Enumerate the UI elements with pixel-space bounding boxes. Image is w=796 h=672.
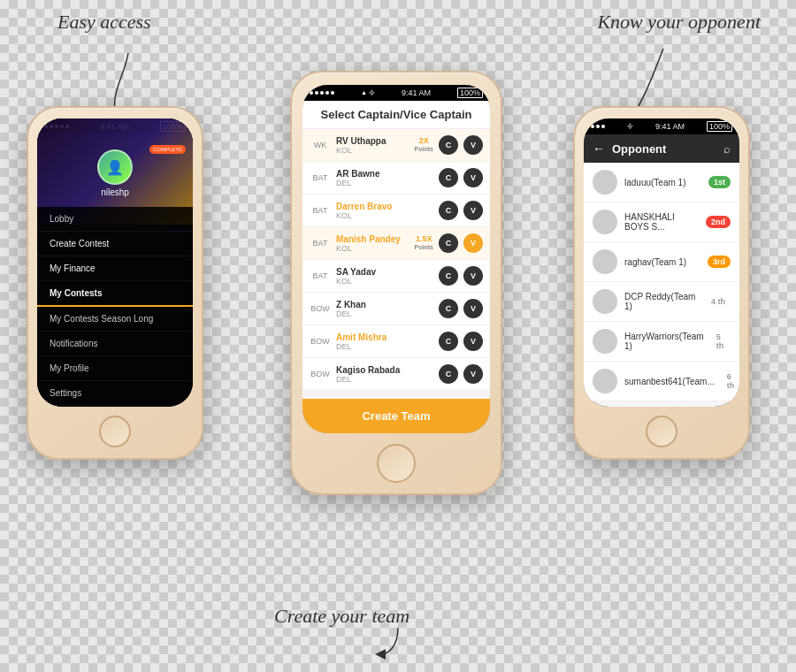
captain-button[interactable]: C [439, 266, 458, 286]
right-status-bar: 令 9:41 AM 100% [584, 118, 739, 134]
center-home-button[interactable] [377, 444, 416, 483]
captain-button[interactable]: C [439, 233, 458, 253]
opponent-avatar [593, 210, 617, 234]
vice-captain-button[interactable]: V [463, 168, 483, 187]
player-name: Darren Bravo [336, 202, 428, 211]
player-info: Manish PandeyKOL [336, 234, 409, 253]
player-name: RV Uthappa [336, 136, 409, 146]
opponent-avatar [593, 170, 617, 195]
opponent-name: sumanbest641(Team... [624, 377, 715, 386]
player-row[interactable]: WKRV UthappaKOL2XPointsCV [302, 129, 490, 162]
vice-captain-button[interactable]: V [463, 332, 483, 351]
vice-captain-button[interactable]: V [463, 364, 483, 384]
opponents-list: laduuu(Team 1)1stHANSKHALI BOYS S...2ndr… [584, 163, 739, 401]
rank-badge: 2nd [706, 216, 731, 228]
opponent-avatar [593, 289, 617, 314]
player-info: Kagiso RabadaDEL [336, 365, 428, 384]
player-team: KOL [336, 244, 409, 253]
center-phone-screen: ▲ 令 9:41 AM 100% Select Captain/Vice Cap… [302, 85, 490, 433]
nav-item-my-contests[interactable]: My Contests [37, 281, 193, 307]
player-role: BAT [310, 271, 331, 280]
opponent-name: raghav(Team 1) [624, 257, 700, 267]
players-list: WKRV UthappaKOL2XPointsCVBATAR BawneDELC… [302, 129, 490, 391]
player-name: Amit Mishra [336, 332, 428, 342]
right-header: ← Opponent ⌕ [584, 134, 739, 163]
opponent-row[interactable]: DCP Reddy(Team 1)4 th [584, 282, 739, 322]
search-icon[interactable]: ⌕ [723, 142, 731, 156]
opponent-row[interactable]: laduuu(Team 1)1st [584, 163, 739, 202]
create-team-button[interactable]: Create Team [302, 399, 490, 433]
right-time: 9:41 AM [655, 122, 685, 131]
opponent-name: HANSKHALI BOYS S... [624, 212, 699, 232]
player-role: BOW [310, 304, 331, 313]
player-team: KOL [336, 277, 428, 286]
player-role: BOW [310, 370, 331, 378]
player-name: Manish Pandey [336, 234, 409, 244]
right-signal [591, 125, 605, 128]
nav-item-my-profile[interactable]: My Profile [37, 356, 193, 381]
player-team: DEL [336, 179, 428, 187]
nav-item-invite-friends[interactable]: Invite Friends [37, 406, 193, 407]
center-phone: ▲ 令 9:41 AM 100% Select Captain/Vice Cap… [290, 71, 502, 495]
center-signal [310, 91, 334, 95]
center-time: 9:41 AM [402, 88, 431, 97]
right-header-title: Opponent [612, 142, 716, 156]
center-header: Select Captain/Vice Captain [302, 101, 490, 129]
right-phone-inner: 令 9:41 AM 100% ← Opponent ⌕ laduuu(Team … [584, 118, 739, 407]
player-row[interactable]: BOWZ KhanDELCV [302, 293, 490, 325]
nav-item-notifications[interactable]: Notifications [37, 332, 193, 356]
left-home-button[interactable] [99, 416, 131, 447]
rank-badge: 4 th [706, 295, 731, 308]
opponent-name: DCP Reddy(Team 1) [624, 292, 699, 311]
opponent-row[interactable]: raghav(Team 1)3rd [584, 242, 739, 282]
vice-captain-button[interactable]: V [463, 201, 483, 220]
captain-button[interactable]: C [439, 135, 458, 155]
center-phone-inner: ▲ 令 9:41 AM 100% Select Captain/Vice Cap… [302, 85, 490, 433]
captain-button[interactable]: C [439, 299, 458, 318]
nav-item-my-contests-season-long[interactable]: My Contests Season Long [37, 307, 193, 332]
left-nav: LobbyCreate ContestMy FinanceMy Contests… [37, 207, 193, 407]
right-phone: 令 9:41 AM 100% ← Opponent ⌕ laduuu(Team … [573, 106, 750, 460]
rank-badge: 1st [708, 176, 731, 188]
vice-captain-button[interactable]: V [463, 233, 483, 253]
nav-item-create-contest[interactable]: Create Contest [37, 232, 193, 256]
player-row[interactable]: BOWKagiso RabadaDELCV [302, 358, 490, 391]
opponent-row[interactable]: HANSKHALI BOYS S...2nd [584, 202, 739, 242]
vice-captain-button[interactable]: V [463, 135, 483, 155]
back-arrow-icon[interactable]: ← [593, 141, 605, 156]
player-multiplier: 2XPoints [415, 136, 433, 153]
player-row[interactable]: BATSA YadavKOLCV [302, 260, 490, 293]
opponent-avatar [593, 329, 617, 354]
captain-button[interactable]: C [439, 168, 458, 187]
vice-captain-button[interactable]: V [463, 299, 483, 318]
captain-button[interactable]: C [439, 332, 458, 351]
player-row[interactable]: BATDarren BravoKOLCV [302, 195, 490, 227]
vice-captain-button[interactable]: V [463, 266, 483, 286]
know-opponent-annotation: Know your opponent [597, 11, 761, 34]
player-row[interactable]: BATManish PandeyKOL1.5XPointsCV [302, 227, 490, 260]
opponent-avatar [593, 249, 617, 274]
nav-item-my-finance[interactable]: My Finance [37, 256, 193, 281]
center-battery: 100% [457, 88, 483, 98]
opponent-row[interactable]: sumanbest641(Team...6 th [584, 362, 739, 401]
rank-badge: 3rd [708, 256, 731, 268]
easy-access-annotation: Easy access [57, 11, 151, 34]
left-phone-inner: 9:41 AM 100% 👤 nileshp COMPLETE LobbyCre… [37, 118, 193, 407]
player-name: Z Khan [336, 300, 428, 309]
player-info: Amit MishraDEL [336, 332, 428, 351]
opponent-row[interactable]: HarryWarriors(Team 1)5 th [584, 322, 739, 362]
player-team: KOL [336, 211, 428, 220]
player-name: SA Yadav [336, 267, 428, 277]
player-info: RV UthappaKOL [336, 136, 409, 155]
opponent-name: laduuu(Team 1) [624, 178, 701, 187]
player-info: SA YadavKOL [336, 267, 428, 286]
nav-item-settings[interactable]: Settings [37, 381, 193, 406]
captain-button[interactable]: C [439, 201, 458, 220]
player-multiplier: 1.5XPoints [415, 234, 433, 251]
player-row[interactable]: BOWAmit MishraDELCV [302, 325, 490, 358]
right-home-button[interactable] [646, 416, 677, 447]
captain-button[interactable]: C [439, 364, 458, 384]
player-row[interactable]: BATAR BawneDELCV [302, 162, 490, 195]
player-name: AR Bawne [336, 169, 428, 179]
nav-item-lobby[interactable]: Lobby [37, 207, 193, 232]
